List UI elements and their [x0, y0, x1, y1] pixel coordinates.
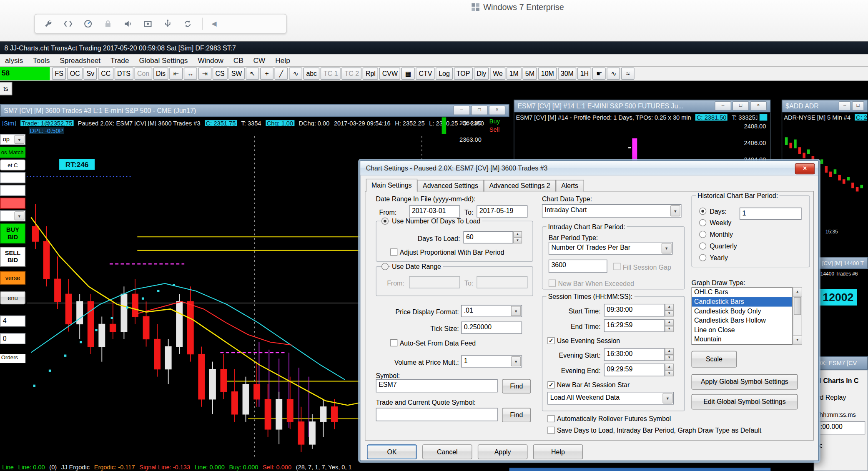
toolbar-dis-button[interactable]: Dis	[153, 68, 168, 80]
tab-advanced-settings[interactable]: Advanced Settings	[417, 180, 484, 192]
list-item[interactable]: Line on Close	[692, 326, 792, 335]
app-titlebar[interactable]: 8 JJ-Charts.cht TransAct Trading 2017-05…	[0, 42, 868, 55]
from-date-field[interactable]: 2017-03-01	[409, 205, 460, 218]
close-button[interactable]: ×	[795, 163, 815, 175]
evening-session-checkbox[interactable]	[547, 337, 554, 344]
toolbar-cvw-button[interactable]: CVW	[379, 68, 400, 80]
toolbar-1m-button[interactable]: 1M	[507, 68, 521, 80]
chart2-titlebar[interactable]: ESM7 [CV] [M] #14 L:1 E-MINI S&P 500 FUT…	[514, 100, 770, 113]
minimize-icon[interactable]: –	[839, 101, 851, 111]
menu-item-global-settings[interactable]: Global Settings	[134, 55, 193, 66]
pointer-tool-icon[interactable]: ↖	[246, 68, 259, 80]
days-to-load-field[interactable]: 60	[463, 231, 513, 243]
use-date-range-radio[interactable]	[381, 263, 389, 270]
grid-icon[interactable]: ▦	[401, 68, 415, 80]
reverse-button[interactable]: verse	[0, 271, 25, 285]
speaker-icon[interactable]	[122, 18, 133, 30]
apply-button[interactable]: Apply	[478, 444, 528, 459]
list-item[interactable]: Candlestick Bars	[692, 297, 792, 307]
toolbar-oc-button[interactable]: OC	[67, 68, 83, 80]
end-time-stepper[interactable]: ▲▼	[665, 319, 674, 332]
bar-period-type-dropdown[interactable]: Number Of Trades Per Bar▼	[549, 242, 672, 255]
historical-option-row[interactable]: Quarterly	[699, 240, 765, 252]
toolbar-log-button[interactable]: Log	[436, 68, 453, 80]
end-time-field[interactable]: 16:29:59	[604, 319, 665, 332]
price-format-dropdown[interactable]: .01▼	[461, 305, 522, 317]
scale-button[interactable]: Scale	[691, 351, 737, 368]
find-symbol-button[interactable]: Find	[502, 379, 531, 394]
menu-item-alysis[interactable]: alysis	[0, 55, 28, 66]
menu-item-tools[interactable]: Tools	[28, 55, 55, 66]
restore-icon[interactable]: □	[471, 106, 488, 115]
fit-width-icon[interactable]: ↔	[184, 68, 197, 80]
find-trade-symbol-button[interactable]: Find	[502, 408, 531, 423]
menu-item-trade[interactable]: Trade	[105, 55, 134, 66]
toolbar-rpl-button[interactable]: Rpl	[363, 68, 378, 80]
toolbar-con-button[interactable]: Con	[134, 68, 152, 80]
hand-tool-icon[interactable]: ☛	[592, 68, 606, 80]
new-bar-session-checkbox[interactable]	[547, 381, 554, 388]
dom-field-2[interactable]	[0, 185, 25, 196]
chart4-titlebar[interactable]: [CV] [M] 14400 T	[818, 257, 868, 269]
toolbar-fs-button[interactable]: FS	[52, 68, 66, 80]
listbox-scrollbar[interactable]: ▲ ▼	[793, 287, 802, 345]
list-item[interactable]: OHLC Bars	[692, 288, 792, 297]
from2-field[interactable]	[409, 276, 460, 288]
menu-button[interactable]: enu	[0, 291, 25, 304]
historical-radio[interactable]	[699, 254, 706, 261]
to-date-field[interactable]: 2017-05-19	[477, 205, 527, 218]
use-days-radio[interactable]	[381, 218, 389, 225]
text-tool-button[interactable]: abc	[304, 68, 320, 80]
toolbar-tc2-button[interactable]: TC 2	[342, 68, 362, 80]
historical-option-row[interactable]: Yearly	[699, 252, 765, 263]
start-time-field[interactable]: 09:30:00	[604, 304, 665, 317]
save-default-checkbox[interactable]	[547, 427, 554, 434]
fill-session-gap-checkbox[interactable]	[613, 263, 620, 270]
buy-bid-button[interactable]: BUYBID	[0, 223, 25, 243]
gauge-icon[interactable]	[83, 18, 94, 30]
snap-right-icon[interactable]: ⇥	[198, 68, 211, 80]
trades-per-bar-field[interactable]: 3600	[549, 260, 607, 273]
study2-icon[interactable]: ≈	[621, 68, 635, 80]
zero-field[interactable]: 0	[0, 333, 25, 344]
apply-global-symbol-button[interactable]: Apply Global Symbol Settings	[691, 374, 798, 390]
adjust-proportional-checkbox[interactable]	[390, 248, 397, 256]
quantity-field[interactable]: 4	[0, 316, 25, 327]
historical-radio[interactable]	[699, 219, 706, 226]
symbol-field[interactable]: ESM7	[376, 379, 498, 393]
toolbar-ctv-button[interactable]: CTV	[416, 68, 435, 80]
crosshair-tool-icon[interactable]: +	[260, 68, 273, 80]
trade-symbol-field[interactable]	[376, 408, 498, 421]
dom-dropdown-2[interactable]: ▼	[0, 210, 25, 222]
replay-titlebar[interactable]: 0X: ESM7 [CV	[814, 356, 868, 370]
minimize-icon[interactable]: –	[715, 101, 731, 111]
menu-item-help[interactable]: Help	[270, 55, 295, 66]
menu-item-cb[interactable]: CB	[228, 55, 248, 66]
dom-red-box[interactable]	[0, 198, 25, 209]
scroll-down-icon[interactable]: ▼	[793, 336, 802, 344]
dom-preset-dropdown[interactable]: op▼	[0, 134, 25, 145]
tab-advanced-settings-2[interactable]: Advanced Settings 2	[484, 180, 556, 192]
wrench-icon[interactable]	[43, 18, 54, 30]
toolbar-dts-button[interactable]: DTS	[114, 68, 133, 80]
historical-days-field[interactable]: 1	[740, 208, 802, 220]
rollover-checkbox[interactable]	[547, 415, 554, 422]
menu-item-spreadsheet[interactable]: Spreadsheet	[55, 55, 105, 66]
toolbar-30m-button[interactable]: 30M	[558, 68, 576, 80]
chart1-titlebar[interactable]: SM7 [CV] [M] 3600 Trades #3 L:1 E-mini S…	[0, 104, 509, 117]
autoset-checkbox[interactable]	[390, 339, 397, 346]
chart3-titlebar[interactable]: $ADD ADR – □	[782, 100, 868, 113]
toolbar-cc-button[interactable]: CC	[98, 68, 113, 80]
dom-field-1[interactable]	[0, 172, 25, 183]
snap-left-icon[interactable]: ⇤	[169, 68, 183, 80]
restore-icon[interactable]: □	[852, 101, 864, 111]
dom-etc-button[interactable]: et C	[0, 159, 25, 170]
list-item[interactable]: Mountain	[692, 335, 792, 344]
cancel-button[interactable]: Cancel	[422, 444, 472, 459]
lock-icon[interactable]	[103, 18, 114, 30]
new-bar-exceeded-checkbox[interactable]	[549, 280, 556, 287]
screenshot-icon[interactable]	[142, 18, 153, 30]
toolbar-top-button[interactable]: TOP	[454, 68, 473, 80]
code-arrows-icon[interactable]	[63, 18, 74, 30]
close-icon[interactable]: ×	[750, 101, 767, 111]
